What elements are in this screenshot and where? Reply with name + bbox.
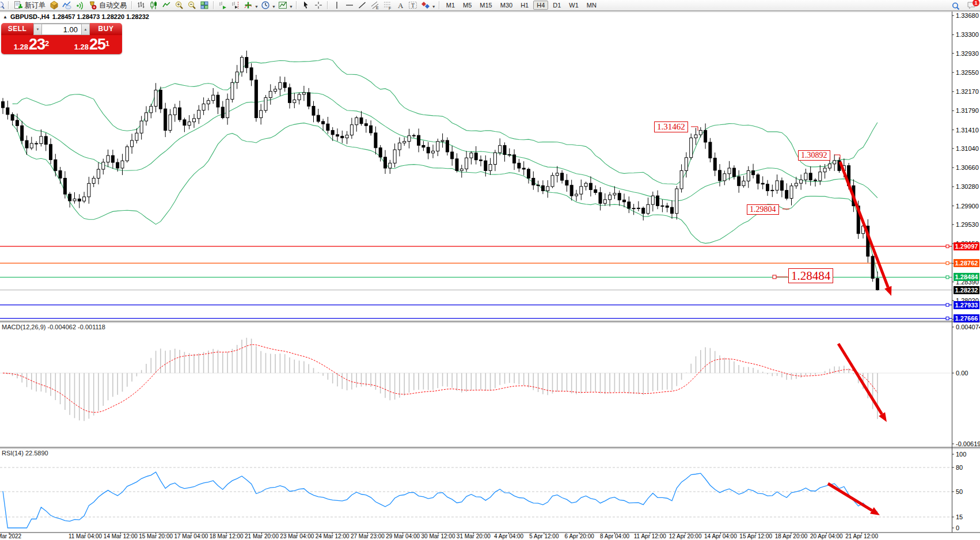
candle-body bbox=[823, 168, 826, 172]
bar-chart-icon[interactable] bbox=[135, 0, 147, 11]
fibonacci-icon[interactable]: F bbox=[381, 0, 394, 11]
timeframe-h1[interactable]: H1 bbox=[517, 1, 532, 10]
periods-dropdown-caret[interactable]: ▼ bbox=[272, 5, 276, 9]
price-annotation[interactable]: 1.29804 bbox=[747, 204, 779, 215]
candle-body bbox=[484, 161, 487, 170]
candle-body bbox=[436, 142, 439, 151]
candle-body bbox=[480, 160, 483, 161]
auto-trading-label[interactable]: 自动交易 bbox=[98, 1, 129, 10]
arrows-dropdown-caret[interactable]: ▼ bbox=[432, 5, 436, 9]
timeframe-m30[interactable]: M30 bbox=[497, 1, 516, 10]
market-watch-icon[interactable] bbox=[60, 0, 73, 11]
time-axis-label: 21 Apr 12:00 bbox=[845, 533, 878, 539]
candle-body bbox=[441, 140, 444, 142]
candle-body bbox=[221, 107, 224, 118]
signals-icon[interactable] bbox=[73, 0, 86, 11]
timeframe-d1[interactable]: D1 bbox=[549, 1, 564, 10]
text-label-icon[interactable]: T bbox=[407, 0, 419, 11]
timeframe-w1[interactable]: W1 bbox=[565, 1, 582, 10]
candle-body bbox=[694, 135, 697, 138]
auto-scroll-icon[interactable] bbox=[216, 0, 229, 11]
level-anchor-square[interactable] bbox=[946, 262, 949, 265]
svg-text:A: A bbox=[398, 1, 404, 10]
candle-body bbox=[690, 138, 693, 158]
sell-price[interactable]: 1.28232 bbox=[1, 35, 62, 54]
text-icon[interactable]: A bbox=[394, 0, 407, 11]
candle-body bbox=[370, 126, 373, 133]
candle-body bbox=[403, 142, 406, 143]
candlestick-chart-icon[interactable] bbox=[147, 0, 160, 11]
timeframe-m1[interactable]: M1 bbox=[443, 1, 458, 10]
cursor-icon[interactable] bbox=[299, 0, 312, 11]
volume-input[interactable]: 1.00 bbox=[42, 24, 81, 35]
rsi-scale-label: 100 bbox=[956, 451, 966, 458]
level-anchor-square[interactable] bbox=[946, 317, 949, 320]
styles-icon[interactable] bbox=[48, 0, 60, 11]
price-annotation[interactable]: 1.31462 bbox=[654, 121, 688, 132]
candle-body bbox=[675, 189, 678, 214]
vertical-line-icon[interactable] bbox=[331, 0, 343, 11]
templates-dropdown-caret[interactable]: ▼ bbox=[289, 5, 293, 9]
candle-body bbox=[131, 140, 134, 147]
timeframe-h4[interactable]: H4 bbox=[533, 1, 548, 10]
new-order-icon[interactable] bbox=[12, 0, 24, 11]
sell-button[interactable]: SELL bbox=[1, 23, 33, 35]
candle-body bbox=[785, 191, 788, 199]
volume-increase-button[interactable]: ▲ bbox=[81, 24, 90, 35]
toolbar-right: 1 bbox=[949, 1, 977, 12]
candle-body bbox=[460, 169, 463, 170]
candle-body bbox=[470, 153, 473, 158]
volume-decrease-button[interactable]: ▼ bbox=[33, 24, 42, 35]
equidistant-channel-icon[interactable]: E bbox=[369, 0, 381, 11]
candle-body bbox=[312, 107, 315, 116]
candle-body bbox=[603, 200, 606, 203]
chart-title-line: ▲ GBPUSD-,H4 1.28457 1.28473 1.28220 1.2… bbox=[3, 13, 149, 20]
time-axis-label: 5 Apr 12:00 bbox=[529, 533, 559, 539]
chart-window-icon: ▲ bbox=[3, 14, 7, 20]
new-order-label[interactable]: 新订单 bbox=[24, 1, 48, 10]
price-annotation[interactable]: 1.28484 bbox=[788, 268, 833, 283]
horizontal-line-icon[interactable] bbox=[343, 0, 356, 11]
trendline-icon[interactable] bbox=[356, 0, 369, 11]
separator bbox=[8, 1, 9, 9]
candle-body bbox=[25, 140, 28, 148]
annotation-anchor-square[interactable] bbox=[773, 275, 776, 279]
chart-shift-icon[interactable] bbox=[229, 0, 242, 11]
candle-body bbox=[212, 95, 215, 100]
level-anchor-square[interactable] bbox=[946, 276, 949, 279]
level-anchor-square[interactable] bbox=[946, 303, 949, 306]
candle-body bbox=[193, 119, 196, 122]
timeframe-mn[interactable]: MN bbox=[583, 1, 600, 10]
level-anchor-square[interactable] bbox=[946, 245, 949, 248]
candle-body bbox=[260, 111, 263, 118]
candle-body bbox=[374, 133, 377, 148]
templates-icon[interactable] bbox=[276, 0, 289, 11]
indicators-icon[interactable] bbox=[242, 0, 255, 11]
timeframe-m15[interactable]: M15 bbox=[476, 1, 495, 10]
tile-windows-icon[interactable] bbox=[198, 0, 211, 11]
indicators-dropdown-caret[interactable]: ▼ bbox=[255, 5, 259, 9]
candle-body bbox=[647, 204, 649, 214]
rsi-scale-label: 0 bbox=[956, 524, 959, 531]
crosshair-icon[interactable] bbox=[312, 0, 325, 11]
candle-body bbox=[537, 185, 540, 185]
buy-price[interactable]: 1.28251 bbox=[62, 35, 122, 54]
candle-body bbox=[546, 187, 549, 191]
periods-icon[interactable] bbox=[259, 0, 272, 11]
line-chart-icon[interactable] bbox=[160, 0, 173, 11]
candle-body bbox=[752, 170, 755, 174]
price-annotation[interactable]: 1.30892 bbox=[798, 150, 830, 161]
candle-body bbox=[628, 202, 630, 208]
timeframe-m5[interactable]: M5 bbox=[459, 1, 475, 10]
zoom-out-icon[interactable] bbox=[185, 0, 198, 11]
candle-body bbox=[493, 153, 496, 164]
search-icon[interactable] bbox=[949, 1, 962, 12]
buy-button[interactable]: BUY bbox=[90, 23, 122, 35]
arrows-icon[interactable] bbox=[419, 0, 432, 11]
auto-trading-icon[interactable] bbox=[86, 0, 98, 11]
notifications-icon[interactable]: 1 bbox=[967, 1, 977, 12]
separator bbox=[296, 1, 297, 9]
time-axis-label: 11 Mar 04:00 bbox=[69, 533, 102, 539]
candle-body bbox=[173, 108, 176, 115]
zoom-in-icon[interactable] bbox=[173, 0, 185, 11]
